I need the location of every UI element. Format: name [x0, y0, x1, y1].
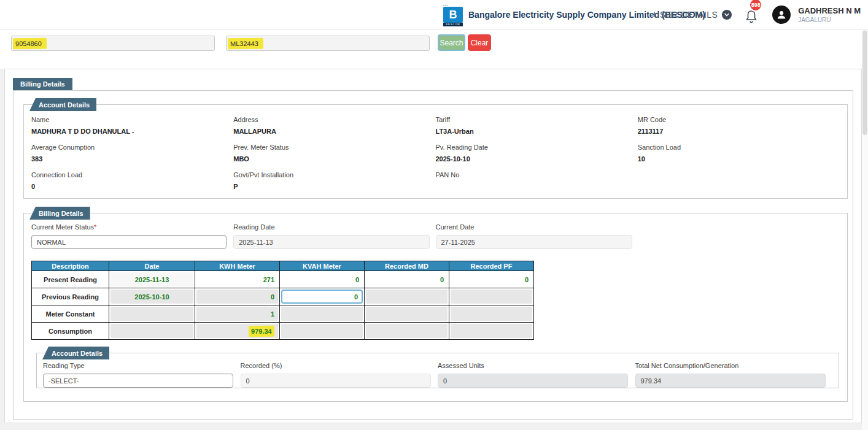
row-present-reading: Present Reading 2025-11-13 271 0 0 0	[32, 271, 534, 288]
row-meter-constant: Meter Constant 1	[32, 305, 534, 323]
field-current-date: Current Date 27-11-2025	[436, 223, 638, 249]
row-previous-reading: Previous Reading 2025-10-10 0 0	[32, 288, 534, 305]
present-reading-kwh-input[interactable]: 271	[196, 272, 278, 286]
billing-details-container: Account Details Name MADHURA T D DO DHAN…	[13, 90, 853, 420]
notifications-button[interactable]: 898	[744, 6, 760, 24]
account-details-legend: Account Details	[29, 98, 96, 111]
meter-constant-kvah	[281, 307, 363, 321]
assessed-units-input: 0	[438, 374, 628, 388]
previous-reading-kwh: 0	[196, 290, 278, 304]
required-asterisk: *	[94, 223, 96, 231]
col-kwh-meter: KWH Meter	[195, 261, 280, 271]
reading-type-select[interactable]: -SELECT-	[43, 374, 233, 388]
clear-button[interactable]: Clear	[468, 34, 491, 51]
field-current-meter-status: Current Meter Status* NORMAL	[31, 223, 233, 249]
user-avatar[interactable]	[772, 6, 791, 24]
account-id-input[interactable]: 9054860	[11, 36, 215, 51]
meter-constant-pf	[451, 307, 532, 321]
col-kvah-meter: KVAH Meter	[280, 261, 365, 271]
field-address: Address MALLAPURA	[233, 116, 435, 135]
present-reading-date: 2025-11-13	[110, 272, 193, 286]
logo-caption: BESCOM	[443, 23, 463, 26]
current-date-input: 27-11-2025	[436, 235, 632, 249]
search-section: 9054860 ML32443 Search Clear	[0, 29, 868, 69]
current-meter-status-select[interactable]: NORMAL	[31, 235, 227, 249]
field-average-consumption: Average Conumption 383	[31, 144, 233, 163]
vertical-scrollbar[interactable]	[862, 0, 868, 430]
col-recorded-pf: Recorded PF	[449, 261, 534, 271]
billing-details-tab: Billing Details	[13, 78, 72, 90]
app-header: ▪▪▪ B BESCOM Bangalore Electricity Suppl…	[0, 0, 868, 29]
person-icon	[776, 9, 787, 20]
present-reading-kvah-input[interactable]: 0	[281, 272, 363, 286]
col-date: Date	[109, 261, 195, 271]
chevron-down-icon	[722, 10, 732, 20]
field-reading-type: Reading Type -SELECT-	[43, 362, 241, 388]
field-mr-code: MR Code 2113117	[638, 116, 840, 135]
consumption-kwh: 979.34	[196, 324, 278, 338]
field-prev-meter-status: Prev. Meter Status MBO	[233, 144, 435, 163]
consumption-kvah	[281, 324, 363, 338]
field-pan-no: PAN No	[436, 171, 638, 190]
search-button[interactable]: Search	[438, 34, 465, 51]
billing-details-legend: Billing Details	[29, 207, 90, 220]
field-govt-pvt-installation: Govt/Pvt Installation P	[233, 171, 435, 190]
previous-reading-md	[366, 290, 448, 304]
field-reading-date: Reading Date 2025-11-13	[233, 223, 435, 249]
user-details-menu[interactable]: USER DETAILS	[653, 10, 732, 20]
logo-mark: B	[443, 7, 463, 23]
meter-serial-input[interactable]: ML32443	[226, 36, 430, 51]
previous-reading-kvah-input[interactable]: 0	[281, 290, 363, 304]
user-details-label: USER DETAILS	[653, 10, 718, 20]
col-description: Description	[32, 261, 109, 271]
meter-constant-date	[110, 307, 193, 321]
meter-constant-md	[366, 307, 448, 321]
field-pv-reading-date: Pv. Reading Date 2025-10-10	[436, 144, 638, 163]
scrollbar-thumb[interactable]	[862, 31, 867, 135]
account-id-value-highlighted: 9054860	[13, 37, 47, 48]
account-details-bottom-section: Account Details Reading Type -SELECT- Re…	[36, 353, 839, 388]
meter-serial-value-highlighted: ML32443	[228, 37, 263, 48]
field-tariff: Tariff LT3A-Urban	[436, 116, 638, 135]
field-sanction-load: Sanction Load 10	[638, 144, 840, 163]
row-consumption: Consumption 979.34	[32, 323, 534, 340]
present-reading-md-input[interactable]: 0	[366, 272, 448, 286]
account-details-section: Account Details Name MADHURA T D DO DHAN…	[23, 104, 848, 199]
previous-reading-pf	[451, 290, 532, 304]
field-name: Name MADHURA T D DO DHANULAL -	[31, 116, 233, 135]
notification-count-badge: 898	[749, 0, 762, 12]
user-name: GADHRESH N M	[798, 6, 861, 15]
field-total-net-consumption: Total Net Consumption/Generation 979.34	[635, 362, 833, 388]
meter-readings-table: Description Date KWH Meter KVAH Meter Re…	[31, 261, 534, 340]
meter-constant-kwh: 1	[196, 307, 278, 321]
recorded-pct-input[interactable]: 0	[241, 374, 431, 388]
billing-details-section: Billing Details Current Meter Status* NO…	[23, 213, 848, 402]
user-branch: JAGALURU	[798, 17, 861, 23]
field-connection-load: Connection Load 0	[31, 171, 233, 190]
bescom-logo: ▪▪▪ B BESCOM	[443, 3, 463, 26]
consumption-pf	[451, 324, 532, 338]
field-assessed-units: Assessed Units 0	[438, 362, 635, 388]
account-details-bottom-legend: Account Details	[42, 347, 109, 359]
table-header-row: Description Date KWH Meter KVAH Meter Re…	[32, 261, 534, 271]
reading-date-input: 2025-11-13	[233, 235, 430, 249]
col-recorded-md: Recorded MD	[365, 261, 449, 271]
previous-reading-date: 2025-10-10	[110, 290, 193, 304]
consumption-date	[110, 324, 193, 338]
total-net-consumption-input: 979.34	[635, 374, 826, 388]
main-panel: Billing Details Account Details Name MAD…	[4, 69, 862, 423]
consumption-md	[366, 324, 448, 338]
present-reading-pf-input[interactable]: 0	[451, 272, 532, 286]
consumption-value-highlighted: 979.34	[249, 325, 274, 336]
field-recorded-pct: Recorded (%) 0	[241, 362, 438, 388]
